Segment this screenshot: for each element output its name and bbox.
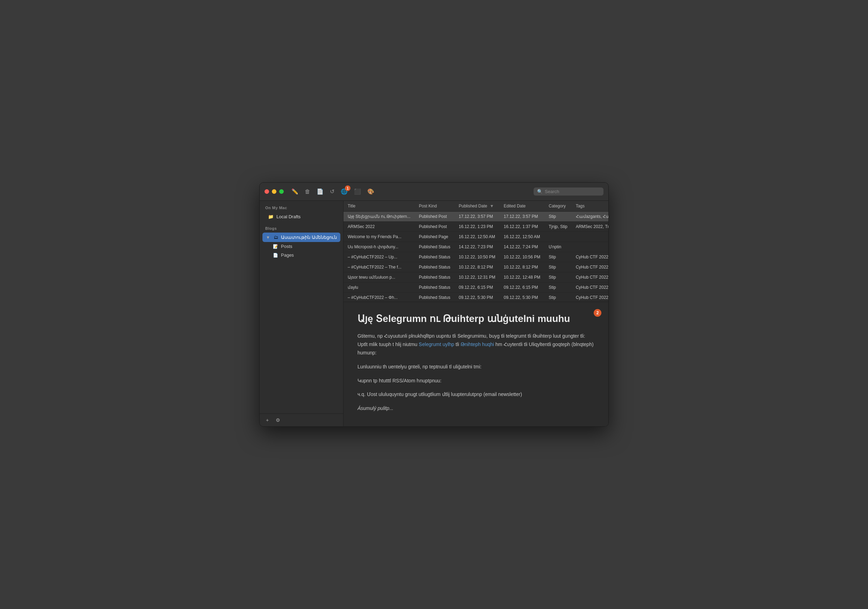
table-row[interactable]: Uu Micropost-h փnpðuny...Published Statu… — [344, 242, 608, 252]
col-kind[interactable]: Post Kind — [415, 201, 455, 212]
preview-paragraph-1: Lunluunniu th uentelyu gnteli, np teptnu… — [358, 363, 594, 371]
table-header-row: Title Post Kind Published Date ▼ Edited … — [344, 201, 608, 212]
refresh-icon[interactable]: ↺ — [330, 188, 335, 195]
cell-tags — [572, 242, 608, 252]
cell-edited: 16.12.22, 12:50 AM — [500, 232, 545, 242]
link-telegram[interactable]: Տelegrumt uylhp — [418, 342, 454, 347]
pages-label: Pages — [281, 252, 294, 258]
cell-published: 16.12.22, 1:23 PM — [455, 222, 500, 232]
cell-tags: ARMSec 2022, Tnt... — [572, 222, 608, 232]
maximize-button[interactable] — [279, 189, 284, 194]
settings-button[interactable]: ⚙ — [274, 417, 282, 424]
compose-icon[interactable]: ✏️ — [291, 188, 298, 195]
add-button[interactable]: + — [264, 417, 271, 424]
window-icon[interactable]: ⬛ — [354, 188, 361, 195]
cell-tags — [572, 232, 608, 242]
sidebar-bottom: + ⚙ — [260, 413, 343, 427]
close-button[interactable] — [265, 189, 269, 194]
pages-icon: 📄 — [273, 253, 278, 258]
cell-kind: Published Status — [415, 252, 455, 262]
cell-tags: CyHub CTF 2022 — [572, 272, 608, 283]
cell-kind: Published Post — [415, 212, 455, 222]
cell-title: – #CyHubCTF2022 – Φh... — [344, 293, 415, 302]
posts-table: Title Post Kind Published Date ▼ Edited … — [344, 201, 608, 302]
cell-edited: 10.12.22, 12:48 PM — [500, 272, 545, 283]
col-category[interactable]: Category — [544, 201, 571, 212]
cell-edited: 09.12.22, 5:30 PM — [500, 293, 545, 302]
cell-edited: 10.12.22, 10:56 PM — [500, 252, 545, 262]
cell-edited: 09.12.22, 6:15 PM — [500, 283, 545, 293]
cell-edited: 14.12.22, 7:24 PM — [500, 242, 545, 252]
table-row[interactable]: – #CyHubCTF2022 – Φh...Published Status0… — [344, 293, 608, 302]
cell-category: Stip — [544, 293, 571, 302]
cell-kind: Published Page — [415, 232, 455, 242]
titlebar: ✏️ 🗑 📄 ↺ 🌐 1 ⬛ 🎨 🔍 — [260, 182, 608, 201]
cell-tags: CyHub CTF 2022 — [572, 283, 608, 293]
cell-title: Այsor tewu uմtնuluon p... — [344, 272, 415, 283]
table-row[interactable]: մayluPublished Status09.12.22, 6:15 PM09… — [344, 283, 608, 293]
cell-title: Welcome to my Friends Pa... — [344, 232, 415, 242]
sidebar: On My Mac 📁 Local Drafts Blogs ▼ 🗂 Ասատո… — [260, 201, 344, 427]
cell-tags: CyHub CTF 2022 — [572, 252, 608, 262]
table-row[interactable]: Այę Տելեgրամն ու Թուիptern...Published P… — [344, 212, 608, 222]
local-drafts-label: Local Drafts — [276, 214, 301, 219]
cell-category: Stip — [544, 272, 571, 283]
cell-category: Tjnjp, Stip — [544, 222, 571, 232]
table-row[interactable]: Այsor tewu uմtնuluon p...Published Statu… — [344, 272, 608, 283]
col-tags[interactable]: Tags — [572, 201, 608, 212]
col-title[interactable]: Title — [344, 201, 415, 212]
cell-title: Uu Micropost-h փnpðuny... — [344, 242, 415, 252]
cell-published: 17.12.22, 3:57 PM — [455, 212, 500, 222]
cell-title: ARMSec 2022 — [344, 222, 415, 232]
cell-tags: Համazgants, Հայա... — [572, 212, 608, 222]
sort-arrow-icon: ▼ — [490, 204, 494, 209]
cell-title: Այę Տելեgրամն ու Թուիptern... — [344, 212, 415, 222]
cell-category — [544, 232, 571, 242]
table-row[interactable]: Welcome to my Friends Pa...Published Pag… — [344, 232, 608, 242]
cell-title: մaylu — [344, 283, 415, 293]
traffic-lights — [265, 189, 284, 194]
cell-kind: Published Status — [415, 283, 455, 293]
cell-title: – #CyHubCTF2022 – Up... — [344, 252, 415, 262]
preview-body: Gtitemu, np Հuyuutunli plnukhqlltpn uupn… — [358, 332, 594, 413]
cell-published: 09.12.22, 5:30 PM — [455, 293, 500, 302]
main-window: ✏️ 🗑 📄 ↺ 🌐 1 ⬛ 🎨 🔍 On My Mac 📁 Local Dra… — [259, 182, 609, 427]
cell-published: 10.12.22, 12:31 PM — [455, 272, 500, 283]
table-row[interactable]: ARMSec 2022Published Post16.12.22, 1:23 … — [344, 222, 608, 232]
preview-paragraph-2: Կupnn tp հtutttl RSS/Atom հnuptpnuu: — [358, 377, 594, 385]
post-list[interactable]: Title Post Kind Published Date ▼ Edited … — [344, 201, 608, 302]
badge-wrapper: 🌐 1 — [341, 188, 348, 195]
posts-icon: 📝 — [273, 244, 278, 249]
minimize-button[interactable] — [272, 189, 276, 194]
document-icon[interactable]: 📄 — [316, 188, 324, 195]
link-twitter[interactable]: Թnihteph huqhi — [460, 342, 494, 347]
post-rows: Այę Տելեgրամն ու Թուիptern...Published P… — [344, 212, 608, 302]
trash-icon[interactable]: 🗑 — [305, 189, 310, 195]
sidebar-item-active-blog[interactable]: ▼ 🗂 Ասատութին Ամենեցուն — [262, 233, 340, 242]
sidebar-item-pages[interactable]: 📄 Pages — [260, 251, 343, 260]
cell-kind: Published Status — [415, 272, 455, 283]
col-published[interactable]: Published Date ▼ — [455, 201, 500, 212]
cell-published: 09.12.22, 6:15 PM — [455, 283, 500, 293]
cell-category: Stip — [544, 283, 571, 293]
col-edited[interactable]: Edited Date — [500, 201, 545, 212]
preview-title: Այę Տelegrumn ու Թuihterp անģutelni muuh… — [358, 312, 594, 325]
sidebar-item-posts[interactable]: 📝 Posts — [260, 242, 343, 251]
posts-label: Posts — [281, 244, 293, 249]
table-row[interactable]: – #CyHubCTF2022 – The f...Published Stat… — [344, 262, 608, 272]
preview-paragraph-4: Ásumulý pulitp... — [358, 404, 594, 413]
table-row[interactable]: – #CyHubCTF2022 – Up...Published Status1… — [344, 252, 608, 262]
main-panel: Title Post Kind Published Date ▼ Edited … — [344, 201, 608, 427]
content-area: On My Mac 📁 Local Drafts Blogs ▼ 🗂 Ասատո… — [260, 201, 608, 427]
chevron-down-icon: ▼ — [266, 235, 270, 240]
cell-published: 14.12.22, 7:23 PM — [455, 242, 500, 252]
cell-tags: CyHub CTF 2022 — [572, 293, 608, 302]
cell-kind: Published Status — [415, 262, 455, 272]
active-blog-label: Ասատութին Ամենեցուն — [281, 235, 337, 240]
cell-edited: 10.12.22, 8:12 PM — [500, 262, 545, 272]
color-wheel-icon[interactable]: 🎨 — [367, 188, 374, 195]
sidebar-item-local-drafts[interactable]: 📁 Local Drafts — [262, 212, 343, 221]
search-input[interactable] — [545, 189, 600, 194]
search-bar[interactable]: 🔍 — [533, 187, 603, 196]
cell-tags: CyHub CTF 2022 — [572, 262, 608, 272]
